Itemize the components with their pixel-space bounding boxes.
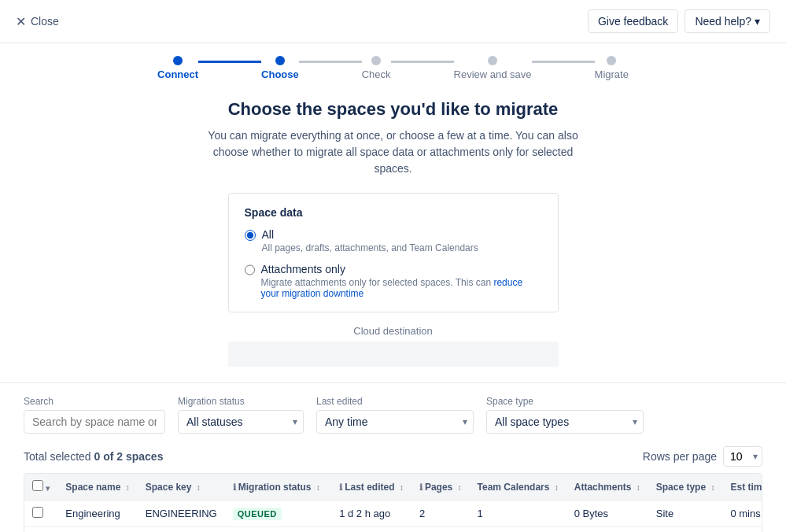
step-check-circle	[371, 56, 381, 65]
cell-est-time: 0 mins	[722, 527, 762, 533]
row-checkbox-0[interactable]	[32, 507, 43, 518]
step-check-label: Check	[362, 68, 391, 80]
th-last-edited[interactable]: ℹLast edited ↕	[331, 474, 411, 501]
sort-attachments-icon: ↕	[637, 483, 640, 492]
connector-review-migrate	[532, 61, 595, 63]
step-review-label: Review and save	[454, 68, 532, 80]
status-select[interactable]: All statuses	[178, 410, 304, 434]
rows-per-page: Rows per page 10 25 50	[643, 446, 762, 467]
step-choose-label: Choose	[261, 68, 299, 80]
give-feedback-button[interactable]: Give feedback	[588, 9, 679, 33]
cloud-destination-bar	[228, 342, 559, 367]
type-filter-group: Space type All space types	[486, 396, 644, 434]
step-migrate-label: Migrate	[595, 68, 629, 80]
status-filter-group: Migration status All statuses	[178, 396, 304, 434]
cell-space-key: PRODUCT	[138, 527, 225, 533]
cell-team-calendars: 0	[470, 527, 566, 533]
info-pages-icon: ℹ	[419, 482, 423, 492]
sort-space-type-icon: ↕	[710, 483, 714, 492]
th-team-calendars[interactable]: Team Calendars ↕	[470, 474, 566, 501]
info-last-edited-icon: ℹ	[339, 482, 342, 492]
rows-select-wrapper: 10 25 50	[723, 446, 762, 467]
spaces-table: ▾ Space name ↕ Space key ↕ ℹMigration st…	[24, 473, 762, 532]
cell-team-calendars: 1	[470, 501, 566, 527]
sort-last-edited-icon: ↕	[400, 483, 404, 492]
info-migration-status-icon: ℹ	[233, 482, 236, 492]
close-icon: ✕	[16, 14, 26, 29]
step-review-circle	[488, 56, 497, 65]
close-button[interactable]: ✕ Close	[16, 14, 59, 29]
step-choose-circle	[275, 56, 285, 65]
th-attachments[interactable]: Attachments ↕	[566, 474, 648, 501]
radio-attachments-sublabel: Migrate attachments only for selected sp…	[261, 277, 542, 299]
sort-all-icon: ▾	[46, 484, 50, 493]
table-row: Product PRODUCT NOT IN ANY PLAN 5 y 9 m …	[24, 527, 762, 533]
sort-space-name-icon: ↕	[126, 483, 130, 492]
cell-est-time: 0 mins	[722, 501, 762, 527]
radio-all[interactable]	[245, 230, 256, 241]
type-select-wrapper: All space types	[486, 410, 644, 434]
step-choose: Choose	[261, 56, 299, 80]
th-pages[interactable]: ℹPages ↕	[411, 474, 470, 501]
step-review: Review and save	[454, 56, 532, 80]
cell-migration-status: NOT IN ANY PLAN	[225, 527, 331, 533]
cell-space-type: Site	[648, 501, 723, 527]
table-meta: Total selected 0 of 2 spaces Rows per pa…	[24, 446, 762, 467]
th-migration-status[interactable]: ℹMigration status ↕	[225, 474, 331, 501]
sort-team-calendars-icon: ↕	[555, 483, 559, 492]
status-label: Migration status	[178, 396, 304, 407]
cell-space-type: Site	[648, 527, 723, 533]
select-all-checkbox[interactable]	[32, 480, 43, 491]
sort-pages-icon: ↕	[458, 483, 462, 492]
rows-per-page-select[interactable]: 10 25 50	[723, 446, 762, 467]
status-badge: QUEUED	[233, 508, 282, 520]
cell-space-name: Engineering	[57, 501, 137, 527]
cloud-destination-label: Cloud destination	[228, 325, 559, 337]
date-select-wrapper: Any time	[316, 410, 474, 434]
page-title: Choose the spaces you'd like to migrate	[24, 99, 762, 120]
section-divider	[0, 382, 786, 383]
need-help-button[interactable]: Need help? ▾	[685, 9, 770, 33]
step-migrate-circle	[607, 56, 616, 65]
total-selected: Total selected 0 of 2 spaces	[24, 450, 163, 463]
connector-choose-check	[299, 61, 362, 63]
th-space-key[interactable]: Space key ↕	[138, 474, 225, 501]
type-select[interactable]: All space types	[486, 410, 644, 434]
cell-attachments: 0 Bytes	[566, 501, 648, 527]
space-data-title: Space data	[245, 206, 542, 219]
step-connect: Connect	[157, 56, 198, 80]
th-space-type[interactable]: Space type ↕	[648, 474, 723, 501]
date-label: Last edited	[316, 396, 474, 407]
cell-pages: 2	[411, 527, 470, 533]
type-label: Space type	[486, 396, 644, 407]
search-input[interactable]	[24, 410, 165, 434]
search-filter-group: Search	[24, 396, 165, 434]
cell-migration-status: QUEUED	[225, 501, 331, 527]
cell-last-edited: 1 d 2 h ago	[331, 501, 411, 527]
chevron-down-icon: ▾	[755, 15, 760, 28]
table-row: Engineering ENGINEERING QUEUED 1 d 2 h a…	[24, 501, 762, 527]
space-data-box: Space data All All pages, drafts, attach…	[228, 193, 559, 312]
th-space-name[interactable]: Space name ↕	[57, 474, 137, 501]
row-checkbox-cell[interactable]	[24, 527, 57, 533]
step-check: Check	[362, 56, 391, 80]
row-checkbox-cell[interactable]	[24, 501, 57, 527]
step-migrate: Migrate	[595, 56, 629, 80]
radio-attachments-content: Attachments only Migrate attachments onl…	[261, 263, 542, 299]
sort-migration-status-icon: ↕	[316, 483, 320, 492]
step-connect-circle	[173, 56, 183, 65]
content-area: Choose the spaces you'd like to migrate …	[0, 83, 786, 532]
cell-space-name: Product	[57, 527, 137, 533]
connector-check-review	[391, 61, 454, 63]
radio-attachments[interactable]	[245, 264, 255, 275]
header-actions: Give feedback Need help? ▾	[588, 9, 770, 33]
date-select[interactable]: Any time	[316, 410, 474, 434]
cell-last-edited: 5 y 9 m ago	[331, 527, 411, 533]
cell-attachments: 390 KB	[566, 527, 648, 533]
th-est-time: Est time	[722, 474, 762, 501]
step-connect-label: Connect	[157, 68, 198, 80]
cell-space-key: ENGINEERING	[138, 501, 225, 527]
radio-attachments-label: Attachments only	[261, 263, 542, 275]
status-select-wrapper: All statuses	[178, 410, 304, 434]
th-select-all[interactable]: ▾	[24, 474, 57, 501]
